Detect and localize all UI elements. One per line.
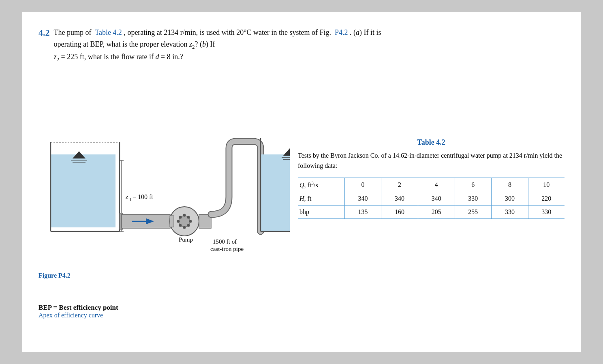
table-description: Tests by the Byron Jackson Co. of a 14.6… — [298, 151, 565, 171]
col-header-6: 6 — [455, 178, 492, 192]
row-h-10: 220 — [528, 192, 565, 206]
col-header-4: 4 — [418, 178, 455, 192]
svg-point-22 — [189, 220, 192, 223]
problem-header: 4.2 The pump of Table 4.2 , operating at… — [38, 27, 565, 64]
svg-text:Pump: Pump — [179, 236, 193, 243]
row-bhp-6: 255 — [455, 206, 492, 219]
col-header-8: 8 — [492, 178, 528, 192]
svg-rect-32 — [261, 154, 290, 231]
row-h-6: 330 — [455, 192, 492, 206]
data-table: Q, ft3/s 0 2 4 6 8 10 H, ft 340 340 340 — [298, 178, 565, 219]
row-bhp-2: 160 — [381, 206, 418, 219]
row-bhp-10: 330 — [528, 206, 565, 219]
table-row-h: H, ft 340 340 340 330 300 220 — [298, 192, 565, 206]
main-card: 4.2 The pump of Table 4.2 , operating at… — [22, 12, 581, 352]
row-bhp-label: bhp — [298, 206, 344, 219]
row-bhp-4: 205 — [418, 206, 455, 219]
problem-number: 4.2 — [38, 28, 50, 38]
svg-text:= 100 ft: = 100 ft — [133, 193, 153, 200]
row-bhp-0: 135 — [344, 206, 381, 219]
svg-marker-36 — [283, 148, 290, 156]
row-bhp-8: 330 — [492, 206, 528, 219]
row-h-8: 300 — [492, 192, 528, 206]
col-header-2: 2 — [381, 178, 418, 192]
table-header-row: Q, ft3/s 0 2 4 6 8 10 — [298, 178, 565, 192]
main-content: z 1 = 100 ft — [38, 73, 565, 319]
col-header-0: 0 — [344, 178, 381, 192]
svg-point-24 — [187, 216, 190, 219]
svg-point-23 — [179, 216, 182, 219]
problem-text: The pump of Table 4.2 , operating at 213… — [54, 27, 381, 64]
svg-point-20 — [183, 226, 186, 229]
table-row-bhp: bhp 135 160 205 255 330 330 — [298, 206, 565, 219]
svg-point-21 — [177, 220, 180, 223]
col-header-10: 10 — [528, 178, 565, 192]
table-ref: Table 4.2 — [95, 28, 122, 36]
svg-point-19 — [183, 214, 186, 217]
figure-label: Figure P4.2 — [38, 272, 290, 279]
row-h-2: 340 — [381, 192, 418, 206]
svg-text:cast-iron pipe: cast-iron pipe — [210, 246, 244, 252]
svg-text:z: z — [125, 193, 128, 200]
row-h-label: H, ft — [298, 192, 344, 206]
svg-text:1: 1 — [129, 197, 132, 202]
row-h-0: 340 — [344, 192, 381, 206]
bep-title: BEP = Best efficiency point — [38, 304, 290, 312]
bep-subtitle: Apex of efficiency curve — [38, 312, 290, 319]
fig-ref: P4.2 — [335, 28, 348, 36]
table-area: Table 4.2 Tests by the Byron Jackson Co.… — [290, 73, 565, 319]
table-title: Table 4.2 — [298, 138, 565, 147]
svg-rect-0 — [51, 154, 115, 227]
figure-area: z 1 = 100 ft — [38, 73, 290, 319]
figure-svg: z 1 = 100 ft — [38, 73, 290, 268]
row-h-4: 340 — [418, 192, 455, 206]
svg-point-26 — [187, 224, 190, 227]
svg-rect-27 — [170, 216, 174, 227]
bep-note: BEP = Best efficiency point Apex of effi… — [38, 304, 290, 319]
col-header-q: Q, ft3/s — [298, 178, 344, 192]
svg-point-25 — [179, 224, 182, 227]
svg-text:1500 ft of: 1500 ft of — [213, 238, 237, 245]
